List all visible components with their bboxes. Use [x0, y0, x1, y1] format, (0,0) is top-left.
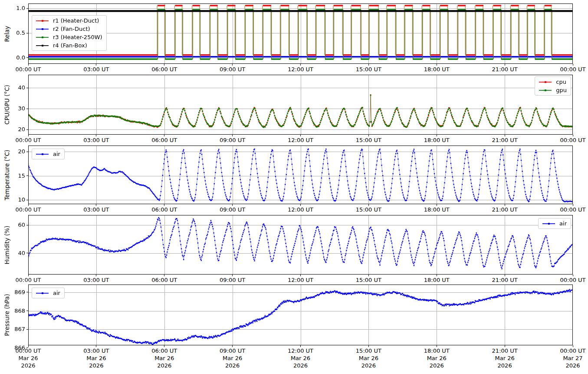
legend-label: air: [53, 151, 60, 157]
x-tick-time: 00:00 UT: [15, 347, 41, 354]
panel-temperature: Temperature (°C) 10152000:00 UT03:00 UT0…: [0, 146, 588, 204]
y-tick-mark: [26, 175, 28, 176]
x-tick-year: 2026: [356, 362, 381, 369]
x-tick-time: 21:00 UT: [492, 206, 518, 213]
legend-line-marker-icon: [36, 43, 49, 47]
x-tick-date: Mar 27: [560, 354, 585, 362]
x-tick-time: 18:00 UT: [424, 206, 450, 213]
x-tick-year: 2026: [288, 362, 313, 369]
x-tick-time: 21:00 UT: [492, 276, 518, 284]
x-tick-label: 00:00 UT: [15, 66, 41, 73]
y-tick-label: 0.5: [0, 30, 25, 36]
x-tick-time: 18:00 UT: [424, 347, 450, 354]
y-tick-mark: [26, 292, 28, 292]
x-tick-time: 12:00 UT: [288, 206, 313, 213]
y-tick-label: 40: [0, 250, 25, 257]
y-tick-label: 20: [0, 126, 25, 133]
legend-air_pressure: air: [32, 288, 65, 298]
x-tick-time: 09:00 UT: [220, 136, 245, 144]
cpu-gpu-plot-canvas: [28, 75, 573, 135]
x-tick-label: 00:00 UTMar 272026: [560, 347, 585, 369]
x-tick-date: Mar 26: [492, 354, 518, 362]
x-tick-time: 12:00 UT: [288, 136, 313, 144]
x-tick-time: 03:00 UT: [83, 66, 109, 73]
x-tick-time: 06:00 UT: [151, 347, 177, 354]
legend-entry: cpu: [539, 79, 567, 85]
x-tick-time: 00:00 UT: [15, 206, 41, 213]
x-tick-label: 18:00 UT: [424, 66, 450, 73]
y-tick-mark: [26, 88, 28, 88]
legend-entry: air: [542, 220, 567, 227]
x-tick-label: 12:00 UT: [288, 66, 313, 73]
legend-entry: r1 (Heater-Duct): [36, 17, 102, 24]
legend-entry: air: [36, 290, 60, 296]
x-tick-label: 03:00 UTMar 262026: [83, 347, 109, 369]
legend-marker-dot: [545, 89, 546, 91]
x-tick-label: 00:00 UT: [560, 136, 585, 144]
telemetry-figure: Relay 0.00.51.000:00 UT03:00 UT06:00 UT0…: [0, 0, 588, 374]
legend-label: gpu: [556, 87, 567, 93]
y-tick-label: 1.0: [0, 5, 25, 12]
x-tick-year: 2026: [424, 362, 450, 369]
x-tick-label: 15:00 UTMar 262026: [356, 347, 381, 369]
x-tick-label: 00:00 UT: [15, 276, 41, 284]
x-tick-date: Mar 26: [220, 354, 245, 362]
legend-label: r1 (Heater-Duct): [53, 17, 99, 24]
x-tick-label: 21:00 UT: [492, 276, 518, 284]
x-tick-time: 09:00 UT: [220, 206, 245, 213]
x-tick-time: 00:00 UT: [560, 136, 585, 144]
panel-pressure: Pressure (hPa) 86686786886900:00 UTMar 2…: [0, 285, 588, 345]
x-tick-time: 12:00 UT: [288, 347, 313, 354]
x-tick-label: 09:00 UT: [220, 66, 245, 73]
x-tick-time: 21:00 UT: [492, 347, 518, 354]
x-tick-time: 03:00 UT: [83, 276, 109, 284]
y-tick-label: 0.0: [0, 54, 25, 61]
x-tick-label: 15:00 UT: [356, 276, 381, 284]
x-tick-time: 03:00 UT: [83, 206, 109, 213]
x-tick-date: Mar 26: [424, 354, 450, 362]
x-tick-time: 06:00 UT: [151, 276, 177, 284]
y-tick-label: 40: [0, 84, 25, 91]
legend-marker-dot: [548, 223, 550, 225]
y-tick-label: 15: [0, 172, 25, 179]
x-tick-time: 03:00 UT: [83, 136, 109, 144]
x-tick-label: 21:00 UT: [492, 66, 518, 73]
legend-marker-dot: [42, 153, 43, 155]
x-tick-label: 03:00 UT: [83, 276, 109, 284]
x-tick-label: 15:00 UT: [356, 66, 381, 73]
legend-line-marker-icon: [36, 35, 49, 39]
x-tick-label: 18:00 UT: [424, 206, 450, 213]
x-tick-label: 09:00 UT: [220, 276, 245, 284]
legend-line-marker-icon: [539, 88, 552, 92]
x-tick-label: 18:00 UTMar 262026: [424, 347, 450, 369]
legend-marker-dot: [42, 28, 43, 30]
x-tick-label: 21:00 UT: [492, 206, 518, 213]
x-tick-label: 12:00 UT: [288, 206, 313, 213]
legend-marker-dot: [545, 81, 546, 83]
legend-line-marker-icon: [36, 27, 49, 31]
x-tick-year: 2026: [492, 362, 518, 369]
x-tick-time: 06:00 UT: [151, 136, 177, 144]
x-tick-label: 06:00 UT: [151, 136, 177, 144]
x-tick-year: 2026: [220, 362, 245, 369]
x-tick-time: 00:00 UT: [560, 347, 585, 354]
legend-line-marker-icon: [36, 291, 49, 295]
x-tick-time: 18:00 UT: [424, 276, 450, 284]
x-tick-label: 00:00 UT: [560, 276, 585, 284]
x-tick-year: 2026: [151, 362, 177, 369]
x-tick-time: 00:00 UT: [15, 136, 41, 144]
x-tick-label: 18:00 UT: [424, 276, 450, 284]
y-tick-mark: [26, 225, 28, 225]
y-tick-label: 60: [0, 222, 25, 228]
x-tick-label: 06:00 UT: [151, 206, 177, 213]
legend-entry: air: [36, 151, 60, 157]
x-tick-label: 12:00 UT: [288, 276, 313, 284]
legend-line-marker-icon: [542, 222, 555, 225]
x-tick-label: 00:00 UT: [15, 136, 41, 144]
legend-line-marker-icon: [539, 80, 552, 84]
panel-humidity: Humidity (%) 406000:00 UT03:00 UT06:00 U…: [0, 215, 588, 275]
x-tick-time: 09:00 UT: [220, 276, 245, 284]
legend-marker-dot: [42, 45, 43, 46]
y-tick-mark: [26, 152, 28, 152]
x-tick-label: 00:00 UT: [560, 66, 585, 73]
